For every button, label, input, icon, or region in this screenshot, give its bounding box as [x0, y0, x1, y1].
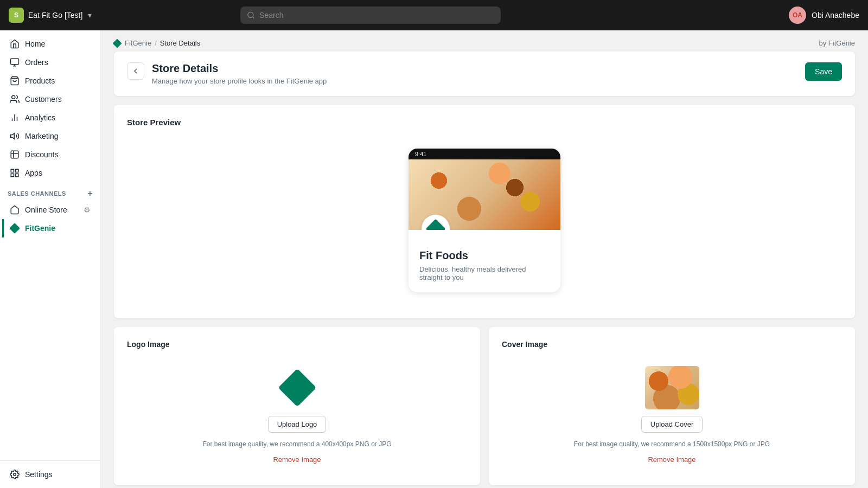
fitgenie-sidebar-icon [10, 223, 20, 233]
logo-image-hint: For best image quality, we recommend a 4… [203, 439, 392, 449]
sidebar-item-orders[interactable]: Orders [2, 53, 98, 72]
cover-upload-area: Upload Cover For best image quality, we … [502, 357, 842, 472]
customers-icon [10, 94, 20, 104]
svg-point-3 [12, 95, 15, 99]
sidebar-item-apps[interactable]: Apps [2, 164, 98, 182]
logo-upload-area: Upload Logo For best image quality, we r… [127, 357, 467, 472]
remove-cover-link[interactable]: Remove Image [648, 455, 695, 464]
sidebar-item-discounts[interactable]: Discounts [2, 145, 98, 164]
svg-rect-1 [11, 59, 19, 65]
sidebar-label-apps: Apps [25, 169, 42, 177]
breadcrumb: FitGenie / Store Details [114, 39, 200, 47]
svg-rect-8 [11, 169, 14, 172]
store-preview-container: 9:41 Fit Foods Delicious, healthy meals … [127, 136, 842, 305]
main-content: FitGenie / Store Details by FitGenie Sto… [101, 30, 868, 488]
cover-image-card: Cover Image Upload Cover For best image … [489, 327, 855, 485]
sidebar-label-settings: Settings [25, 470, 53, 479]
page-subtitle: Manage how your store profile looks in t… [152, 77, 327, 85]
page-header: Store Details Manage how your store prof… [114, 52, 855, 96]
svg-point-0 [248, 12, 253, 17]
marketing-icon [10, 131, 20, 141]
sidebar-item-products[interactable]: Products [2, 72, 98, 90]
phone-preview: 9:41 Fit Foods Delicious, healthy meals … [409, 149, 560, 292]
sidebar-label-marketing: Marketing [25, 132, 58, 140]
top-nav: S Eat Fit Go [Test] ▾ OA Obi Anachebe [0, 0, 868, 30]
breadcrumb-parent[interactable]: FitGenie [125, 39, 151, 47]
sidebar-item-customers[interactable]: Customers [2, 90, 98, 108]
svg-rect-11 [16, 174, 18, 177]
save-button[interactable]: Save [805, 62, 842, 81]
sidebar-item-fitgenie[interactable]: FitGenie [2, 219, 98, 237]
fitgenie-gem-breadcrumb [113, 38, 122, 48]
online-store-icon [10, 205, 20, 215]
sidebar-label-analytics: Analytics [25, 113, 55, 122]
cover-image-title: Cover Image [502, 340, 842, 349]
orders-icon [10, 57, 20, 67]
sidebar-item-online-store[interactable]: Online Store ⚙ [2, 201, 98, 219]
cover-image-hint: For best image quality, we recommend a 1… [574, 439, 770, 449]
store-preview-title: Store Preview [127, 118, 842, 127]
back-button[interactable] [127, 62, 144, 80]
store-preview-card: Store Preview 9:41 Fit Fo [114, 105, 855, 318]
logo-placeholder [276, 366, 319, 409]
phone-status-bar: 9:41 [409, 149, 560, 159]
sidebar-label-online-store: Online Store [25, 206, 67, 214]
sidebar-item-marketing[interactable]: Marketing [2, 127, 98, 145]
svg-marker-7 [11, 133, 15, 139]
logo-image-title: Logo Image [127, 340, 467, 349]
breadcrumb-separator: / [155, 39, 157, 47]
home-icon [10, 39, 20, 49]
discounts-icon [10, 150, 20, 159]
sidebar-label-products: Products [25, 76, 55, 85]
sidebar-item-home[interactable]: Home [2, 35, 98, 53]
sidebar-label-fitgenie: FitGenie [25, 224, 55, 233]
search-container [240, 7, 501, 24]
cover-image-thumbnail [645, 366, 699, 409]
svg-rect-9 [16, 169, 18, 172]
user-name: Obi Anachebe [812, 11, 859, 20]
search-icon [247, 11, 255, 20]
search-input[interactable] [259, 7, 494, 24]
remove-logo-link[interactable]: Remove Image [273, 455, 321, 464]
back-arrow-icon [131, 67, 140, 75]
preview-store-desc: Delicious, healthy meals delivered strai… [419, 265, 550, 281]
sales-channels-label: SALES CHANNELS + [0, 182, 100, 201]
add-channel-icon[interactable]: + [87, 189, 93, 198]
brand-selector[interactable]: S Eat Fit Go [Test] ▾ [9, 8, 92, 23]
upload-cover-button[interactable]: Upload Cover [641, 416, 703, 433]
logo-image-card: Logo Image Upload Logo For best image qu… [114, 327, 480, 485]
top-nav-right: OA Obi Anachebe [789, 7, 859, 24]
sidebar-label-orders: Orders [25, 58, 48, 67]
sidebar-label-customers: Customers [25, 95, 62, 104]
brand-name: Eat Fit Go [Test] [28, 11, 82, 20]
online-store-settings-icon[interactable]: ⚙ [84, 206, 91, 214]
sidebar: Home Orders Products Customers Analytics [0, 30, 101, 488]
brand-icon: S [9, 8, 24, 23]
svg-point-12 [14, 473, 16, 476]
page-header-left: Store Details Manage how your store prof… [127, 62, 327, 85]
analytics-icon [10, 113, 20, 123]
preview-store-name: Fit Foods [419, 249, 550, 262]
page-title: Store Details [152, 62, 327, 75]
sidebar-label-home: Home [25, 40, 45, 48]
avatar: OA [789, 7, 806, 24]
preview-body: Fit Foods Delicious, healthy meals deliv… [409, 230, 560, 292]
svg-rect-10 [11, 174, 14, 177]
sidebar-item-settings[interactable]: Settings [2, 465, 98, 484]
breadcrumb-bar: FitGenie / Store Details by FitGenie [101, 30, 868, 52]
upload-logo-button[interactable]: Upload Logo [268, 416, 327, 433]
images-row: Logo Image Upload Logo For best image qu… [114, 327, 855, 485]
apps-icon [10, 168, 20, 178]
breadcrumb-current: Store Details [160, 39, 200, 47]
sidebar-label-discounts: Discounts [25, 150, 58, 159]
by-label: by FitGenie [819, 39, 855, 47]
cover-image-preview [409, 159, 560, 230]
brand-dropdown-icon: ▾ [88, 11, 92, 20]
products-icon [10, 76, 20, 86]
sidebar-item-analytics[interactable]: Analytics [2, 108, 98, 127]
settings-icon [10, 470, 20, 479]
